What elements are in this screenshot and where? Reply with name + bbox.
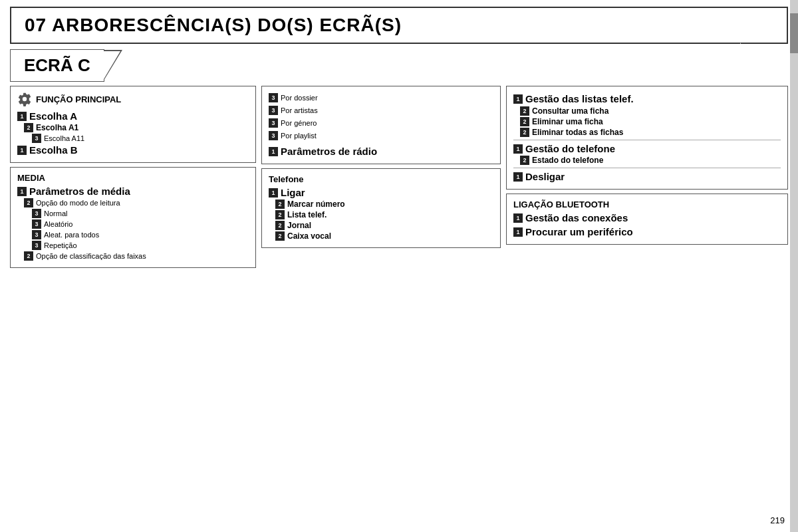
media-section-label: MEDIA bbox=[17, 173, 249, 183]
por-genero-item: 3 Por género bbox=[269, 118, 493, 128]
escolha-a1-item: 2 Escolha A1 bbox=[24, 123, 249, 132]
escolha-b-label: Escolha B bbox=[29, 144, 78, 156]
por-dossier-label: Por dossier bbox=[281, 94, 318, 102]
badge-media-2a: 2 bbox=[24, 198, 33, 207]
badge-pg: 3 bbox=[269, 118, 278, 128]
marcar-numero-item: 2 Marcar número bbox=[275, 200, 493, 209]
gestao-conexoes-item: 1 Gestão das conexões bbox=[513, 212, 781, 223]
opcao-classif-item: 2 Opção de classificação das faixas bbox=[24, 251, 249, 261]
marcar-numero-label: Marcar número bbox=[287, 200, 345, 209]
por-playlist-item: 3 Por playlist bbox=[269, 131, 493, 140]
badge-media-3a: 3 bbox=[32, 209, 41, 218]
escolha-b-item: 1 Escolha B bbox=[17, 144, 249, 156]
header-title: 07 ARBORESCÊNCIA(S) DO(S) ECRÃ(S) bbox=[25, 15, 402, 36]
badge-proc-1: 1 bbox=[513, 227, 523, 237]
procurar-label: Procurar um periférico bbox=[525, 226, 633, 237]
escolha-a1-label: Escolha A1 bbox=[36, 123, 78, 132]
opcao-modo-item: 2 Opção do modo de leitura bbox=[24, 198, 249, 207]
badge-media-2b: 2 bbox=[24, 251, 33, 261]
badge-media-3b: 3 bbox=[32, 219, 41, 229]
page-header: 07 ARBORESCÊNCIA(S) DO(S) ECRÃ(S) bbox=[10, 7, 788, 44]
badge-gc-1: 1 bbox=[513, 213, 523, 223]
lista-telef-label: Lista telef. bbox=[287, 210, 327, 219]
badge-est: 2 bbox=[520, 156, 529, 165]
repeticao-label: Repetição bbox=[44, 241, 77, 249]
eliminar-todas-label: Eliminar todas as fichas bbox=[532, 128, 623, 137]
badge-gl-1: 1 bbox=[513, 94, 523, 104]
caixa-vocal-item: 2 Caixa vocal bbox=[275, 231, 493, 241]
parametros-radio-label: Parâmetros de rádio bbox=[281, 146, 377, 157]
aleat-todos-item: 3 Aleat. para todos bbox=[32, 230, 249, 239]
parametros-media-label: Parâmetros de média bbox=[29, 186, 130, 197]
telefone-box: Telefone 1 Ligar 2 Marcar número 2 Lista… bbox=[261, 168, 501, 248]
parametros-media-item: 1 Parâmetros de média bbox=[17, 186, 249, 197]
page-number: 219 bbox=[770, 515, 785, 525]
divider2 bbox=[513, 168, 781, 168]
badge-des-1: 1 bbox=[513, 172, 523, 182]
por-artistas-item: 3 Por artistas bbox=[269, 106, 493, 115]
badge-3a: 3 bbox=[32, 134, 41, 143]
opcao-modo-label: Opção do modo de leitura bbox=[36, 199, 120, 207]
parametros-radio-item: 1 Parâmetros de rádio bbox=[269, 146, 493, 157]
escolha-a-label: Escolha A bbox=[29, 110, 77, 122]
gestao-box: 1 Gestão das listas telef. 2 Consultar u… bbox=[506, 86, 788, 190]
gestao-listas-label: Gestão das listas telef. bbox=[525, 93, 634, 104]
ligar-label: Ligar bbox=[281, 187, 305, 198]
badge-gt-1: 1 bbox=[513, 144, 523, 154]
gear-icon bbox=[17, 92, 32, 106]
badge-media-3c: 3 bbox=[32, 230, 41, 239]
media-box: MEDIA 1 Parâmetros de média 2 Opção do m… bbox=[10, 167, 256, 268]
ligar-item: 1 Ligar bbox=[269, 187, 493, 198]
radio-box: 3 Por dossier 3 Por artistas 3 Por géner… bbox=[261, 86, 501, 164]
badge-pa: 3 bbox=[269, 106, 278, 115]
jornal-item: 2 Jornal bbox=[275, 221, 493, 230]
eliminar-todas-item: 2 Eliminar todas as fichas bbox=[520, 128, 781, 137]
badge-2: 2 bbox=[24, 123, 33, 132]
badge-mn: 2 bbox=[275, 200, 285, 209]
por-dossier-item: 3 Por dossier bbox=[269, 93, 493, 102]
gestao-telefone-label: Gestão do telefone bbox=[525, 143, 615, 154]
badge-media-1: 1 bbox=[17, 187, 27, 196]
escolha-a11-item: 3 Escolha A11 bbox=[32, 134, 249, 143]
column-left: FUNÇÃO PRINCIPAL 1 Escolha A 2 Escolha A… bbox=[10, 86, 256, 505]
jornal-label: Jornal bbox=[287, 221, 311, 230]
funcao-header: FUNÇÃO PRINCIPAL bbox=[17, 92, 249, 106]
sub-header-title: ECRÃ C bbox=[24, 55, 90, 76]
desligar-label: Desligar bbox=[525, 171, 565, 182]
por-playlist-label: Por playlist bbox=[281, 132, 317, 140]
aleat-todos-label: Aleat. para todos bbox=[44, 231, 99, 239]
badge-pd: 3 bbox=[269, 93, 278, 102]
gestao-telefone-item: 1 Gestão do telefone bbox=[513, 143, 781, 154]
scrollbar[interactable] bbox=[790, 0, 798, 532]
badge-pp: 3 bbox=[269, 131, 278, 140]
por-genero-label: Por género bbox=[281, 119, 317, 127]
escolha-a11-label: Escolha A11 bbox=[44, 134, 84, 142]
consultar-ficha-label: Consultar uma ficha bbox=[532, 106, 608, 116]
por-artistas-label: Por artistas bbox=[281, 106, 318, 114]
badge-et: 2 bbox=[520, 128, 529, 137]
scrollbar-thumb[interactable] bbox=[790, 13, 798, 53]
eliminar-ficha-item: 2 Eliminar uma ficha bbox=[520, 117, 781, 126]
badge-jornal: 2 bbox=[275, 221, 285, 230]
bluetooth-section-label: LIGAÇÃO BLUETOOTH bbox=[513, 200, 781, 209]
badge-cv: 2 bbox=[275, 231, 285, 241]
aleatorio-label: Aleatório bbox=[44, 220, 72, 228]
procurar-item: 1 Procurar um periférico bbox=[513, 226, 781, 237]
gestao-listas-item: 1 Gestão das listas telef. bbox=[513, 93, 781, 104]
eliminar-ficha-label: Eliminar uma ficha bbox=[532, 117, 603, 126]
aleatorio-item: 3 Aleatório bbox=[32, 219, 249, 229]
badge-radio-1: 1 bbox=[269, 147, 278, 156]
escolha-a-item: 1 Escolha A bbox=[17, 110, 249, 122]
funcao-principal-box: FUNÇÃO PRINCIPAL 1 Escolha A 2 Escolha A… bbox=[10, 86, 256, 163]
divider1 bbox=[513, 140, 781, 140]
badge-ligar-1: 1 bbox=[269, 188, 278, 198]
main-content: FUNÇÃO PRINCIPAL 1 Escolha A 2 Escolha A… bbox=[10, 86, 788, 505]
badge-1b: 1 bbox=[17, 146, 27, 155]
telefone-section-label: Telefone bbox=[269, 174, 493, 184]
gestao-conexoes-label: Gestão das conexões bbox=[525, 212, 628, 223]
bluetooth-box: LIGAÇÃO BLUETOOTH 1 Gestão das conexões … bbox=[506, 194, 788, 245]
normal-label: Normal bbox=[44, 209, 67, 217]
badge-media-3d: 3 bbox=[32, 241, 41, 250]
badge-1: 1 bbox=[17, 112, 27, 121]
badge-cf: 2 bbox=[520, 106, 529, 116]
